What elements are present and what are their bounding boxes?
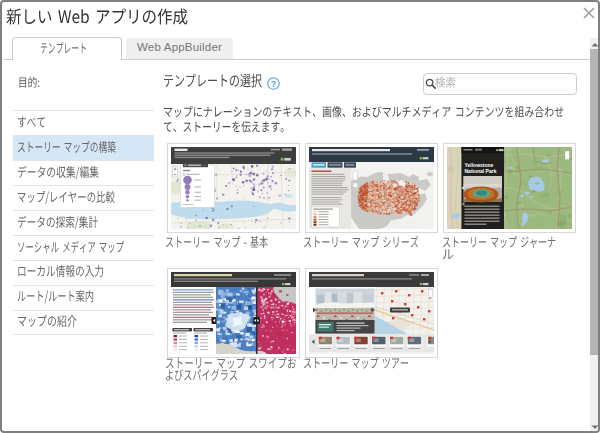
svg-text:?: ? — [271, 78, 277, 88]
svg-text:National Park: National Park — [465, 168, 497, 174]
